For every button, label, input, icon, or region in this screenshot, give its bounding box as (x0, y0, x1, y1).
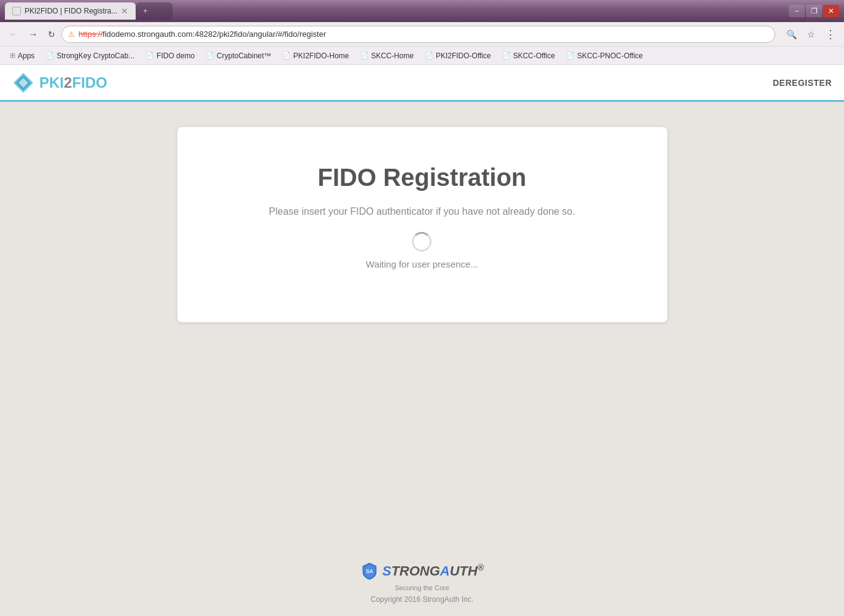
app-area: PKI2FIDO DEREGISTER FIDO Registration Pl… (0, 65, 844, 616)
bookmark-cryptocabinet[interactable]: 📄 CryptoCabinet™ (201, 50, 276, 61)
back-button[interactable]: ← (5, 26, 22, 43)
bookmark-strongkey[interactable]: 📄 StrongKey CryptoCab... (41, 50, 139, 61)
url-body: fidodemo.strongauth.com:48282/pki2fido/a… (103, 29, 326, 39)
active-tab[interactable]: PKI2FIDO | FIDO Registra... ✕ (5, 2, 136, 20)
url-scheme: https:// (79, 29, 103, 39)
svg-text:SA: SA (366, 568, 373, 574)
new-tab-button[interactable]: + (136, 2, 172, 20)
logo-text: PKI2FIDO (39, 74, 107, 91)
address-bar-actions: 🔍 ☆ (783, 26, 819, 43)
bookmark-pki2fido-home-label: PKI2FIDO-Home (293, 52, 349, 60)
tab-title: PKI2FIDO | FIDO Registra... (25, 7, 117, 15)
bookmarks-bar: ⊞ Apps 📄 StrongKey CryptoCab... 📄 FIDO d… (0, 47, 844, 65)
bookmark-skcc-home[interactable]: 📄 SKCC-Home (355, 50, 419, 61)
close-button[interactable]: ✕ (823, 5, 839, 17)
footer-copyright: Copyright 2016 StrongAuth Inc. (371, 595, 473, 604)
deregister-link[interactable]: DEREGISTER (773, 78, 832, 88)
security-warning-icon: ⚠ (68, 30, 75, 39)
app-logo: PKI2FIDO (12, 72, 107, 94)
minimize-button[interactable]: − (789, 5, 805, 17)
url-display: https://fidodemo.strongauth.com:48282/pk… (79, 29, 326, 39)
bookmark-pki2fido-office[interactable]: 📄 PKI2FIDO-Office (420, 50, 496, 61)
app-header: PKI2FIDO DEREGISTER (0, 65, 844, 102)
registration-card: FIDO Registration Please insert your FID… (177, 126, 668, 323)
footer-tagline: Securing the Core (395, 584, 449, 591)
page-icon-4: 📄 (282, 52, 291, 60)
titlebar: PKI2FIDO | FIDO Registra... ✕ + − ❐ ✕ (0, 0, 844, 22)
bookmark-apps[interactable]: ⊞ Apps (5, 50, 39, 61)
bookmark-pki2fido-home[interactable]: 📄 PKI2FIDO-Home (277, 50, 354, 61)
strongauth-shield-icon: SA (360, 562, 379, 580)
page-icon-2: 📄 (145, 52, 154, 60)
page-icon-5: 📄 (360, 52, 369, 60)
page-icon-6: 📄 (425, 52, 433, 60)
bookmark-skcc-home-label: SKCC-Home (371, 52, 414, 60)
app-footer: SA STRONGAUTH® Securing the Core Copyrig… (0, 550, 844, 616)
bookmark-strongkey-label: StrongKey CryptoCab... (56, 52, 134, 60)
navbar: ← → ↻ ⚠ https://fidodemo.strongauth.com:… (0, 22, 844, 47)
loading-section: Waiting for user presence... (366, 232, 478, 269)
address-bar[interactable]: ⚠ https://fidodemo.strongauth.com:48282/… (61, 26, 775, 43)
page-icon-8: 📄 (566, 52, 575, 60)
page-icon-7: 📄 (502, 52, 511, 60)
browser-window: PKI2FIDO | FIDO Registra... ✕ + − ❐ ✕ ← … (0, 0, 844, 616)
bookmark-skcc-office[interactable]: 📄 SKCC-Office (497, 50, 560, 61)
app-nav: DEREGISTER (773, 78, 832, 88)
bookmark-skcc-office-label: SKCC-Office (513, 52, 555, 60)
search-button[interactable]: 🔍 (783, 26, 800, 43)
footer-logo: SA STRONGAUTH® (360, 562, 484, 580)
page-icon-1: 📄 (45, 52, 54, 60)
tab-close-button[interactable]: ✕ (121, 6, 128, 16)
registration-title: FIDO Registration (317, 164, 526, 191)
waiting-text: Waiting for user presence... (366, 259, 478, 269)
bookmark-button[interactable]: ☆ (802, 26, 819, 43)
bookmark-pki2fido-office-label: PKI2FIDO-Office (436, 52, 491, 60)
main-content: FIDO Registration Please insert your FID… (0, 102, 844, 550)
bookmark-fido-demo-label: FIDO demo (157, 52, 195, 60)
bookmark-cryptocabinet-label: CryptoCabinet™ (217, 52, 271, 60)
bookmark-apps-label: Apps (18, 52, 34, 60)
logo-diamond-icon (12, 72, 34, 94)
bookmark-skcc-pnoc-label: SKCC-PNOC-Office (577, 52, 643, 60)
footer-brand-text: STRONGAUTH® (382, 563, 484, 579)
window-controls: − ❐ ✕ (789, 5, 839, 17)
bookmark-fido-demo[interactable]: 📄 FIDO demo (141, 50, 199, 61)
page-icon-3: 📄 (206, 52, 214, 60)
loading-spinner (412, 232, 432, 252)
bookmark-skcc-pnoc[interactable]: 📄 SKCC-PNOC-Office (561, 50, 648, 61)
apps-grid-icon: ⊞ (10, 52, 15, 60)
refresh-button[interactable]: ↻ (44, 27, 59, 42)
registration-subtitle: Please insert your FIDO authenticator if… (269, 206, 575, 217)
restore-button[interactable]: ❐ (806, 5, 822, 17)
tab-favicon (12, 7, 21, 15)
forward-button[interactable]: → (25, 26, 42, 43)
browser-menu-button[interactable]: ⋮ (822, 26, 839, 43)
